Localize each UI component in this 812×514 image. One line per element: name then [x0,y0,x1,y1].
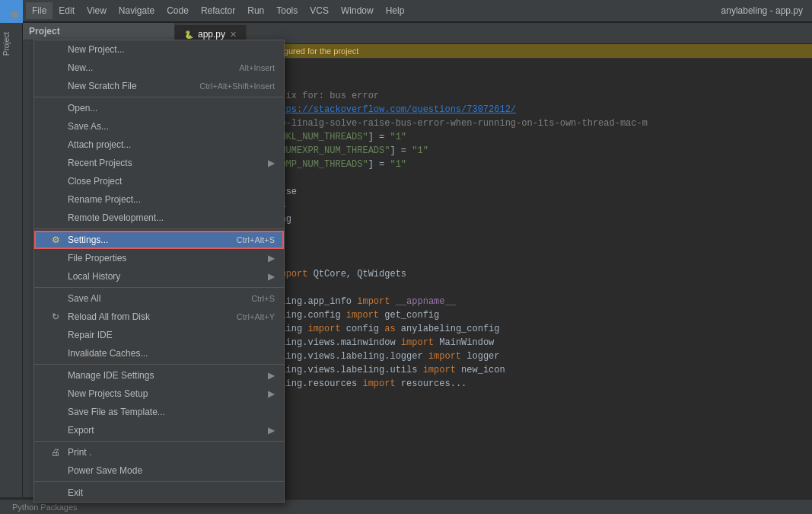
svg-rect-1 [12,5,18,11]
menu-item-label: File Properties [68,253,126,263]
code-line: from PyQt5 import QtCore, QtWidgets [215,267,803,281]
menu-item-label: Reload All from Disk [68,311,150,322]
code-line: from anylabeling import config as anylab… [215,322,803,336]
menu-edit[interactable]: Edit [53,2,81,19]
code-line: os.environ["OMP_NUM_THREADS"] = "1" [215,158,803,171]
menu-item-settings[interactable]: ⚙ Settings... Ctrl+Alt+S [34,231,284,249]
menu-item-save-file-template[interactable]: Save File as Template... [34,403,284,421]
menu-tools[interactable]: Tools [270,2,304,19]
python-file-icon: 🐍 [184,30,193,39]
tab-label: app.py [198,29,225,40]
code-line [215,281,803,295]
menu-item-label: Attach project... [68,139,131,150]
shortcut-label: Ctrl+Alt+Y [237,312,275,321]
menu-item-new-scratch[interactable]: New Scratch File Ctrl+Alt+Shift+Insert [34,77,284,95]
menu-item-close-project[interactable]: Close Project [34,172,284,190]
menu-item-open[interactable]: Open... [34,99,284,117]
menu-item-export[interactable]: Export ▶ [34,421,284,439]
submenu-arrow-icon: ▶ [268,158,275,168]
code-line: import logging [215,212,803,226]
separator [34,97,284,97]
titlebar: File Edit View Navigate Code Refactor Ru… [0,0,812,23]
code-line: # Source: https://stackoverflow.com/ques… [215,103,803,117]
code-line: # why-does-np-linalg-solve-raise-bus-err… [215,117,803,130]
code-line: import os [215,62,803,75]
menu-help[interactable]: Help [380,2,411,19]
shortcut-label: Ctrl+S [251,294,275,303]
submenu-arrow-icon: ▶ [268,388,275,399]
menu-file[interactable]: File [26,2,53,19]
menu-item-label: Recent Projects [68,158,132,168]
code-line: import codecs [215,199,803,212]
menu-item-label: Remote Development... [68,212,164,223]
menu-item-label: Manage IDE Settings [68,370,154,381]
code-line: from anylabeling.views.mainwindow import… [215,336,803,350]
separator [34,481,284,482]
menu-item-power-save[interactable]: Power Save Mode [34,461,284,480]
menu-item-invalidate-caches[interactable]: Invalidate Caches... [34,344,284,362]
menu-window[interactable]: Window [335,2,380,19]
menu-item-save-as[interactable]: Save As... [34,117,284,136]
menu-item-file-properties[interactable]: File Properties ▶ [34,249,284,267]
code-line: import yaml [215,254,803,267]
svg-rect-2 [5,12,11,18]
code-line: from anylabeling.config import get_confi… [215,308,803,322]
code-content[interactable]: import os 💡 # Temporary fix for: bus err… [205,59,812,497]
menu-view[interactable]: View [81,2,113,19]
menu-item-label: Exit [68,487,83,498]
shortcut-label: Alt+Insert [239,63,275,72]
menu-item-repair-ide[interactable]: Repair IDE [34,326,284,344]
menu-item-label: New Projects Setup [68,388,148,399]
menu-navigate[interactable]: Navigate [113,2,161,19]
menu-item-attach-project[interactable]: Attach project... [34,136,284,154]
svg-rect-0 [5,5,11,11]
code-line: import sys [215,226,803,240]
menu-code[interactable]: Code [161,2,195,19]
separator [34,441,284,442]
sidebar-strip: Project [0,23,23,497]
tab-close-icon[interactable]: ✕ [230,30,237,40]
menu-item-label: Close Project [68,176,122,187]
menu-item-new-project[interactable]: New Project... [34,40,284,59]
menu-item-manage-ide-settings[interactable]: Manage IDE Settings ▶ [34,366,284,385]
code-line: os.environ["MKL_NUM_THREADS"] = "1" [215,130,803,144]
menu-item-label: Power Save Mode [68,465,142,476]
code-line [215,240,803,254]
separator [34,228,284,229]
menu-item-label: Repair IDE [68,330,113,340]
submenu-arrow-icon: ▶ [268,271,275,282]
menu-item-label: Invalidate Caches... [68,348,148,359]
bottom-python-packages[interactable]: Python Packages [6,503,84,512]
print-icon: 🖨 [49,447,62,458]
menu-vcs[interactable]: VCS [304,2,335,19]
menu-item-save-all[interactable]: Save All Ctrl+S [34,289,284,308]
menu-item-label: New Scratch File [68,81,137,91]
code-line [215,171,803,185]
submenu-arrow-icon: ▶ [268,370,275,381]
submenu-arrow-icon: ▶ [268,253,275,263]
menu-item-remote-dev[interactable]: Remote Development... [34,209,284,227]
code-line: from anylabeling.app_info import __appna… [215,295,803,308]
svg-rect-3 [12,12,18,18]
settings-icon: ⚙ [49,235,62,245]
separator [34,364,284,365]
menu-item-print[interactable]: 🖨 Print . [34,443,284,461]
menu-refactor[interactable]: Refactor [195,2,241,19]
code-line: os.environ["NUMEXPR_NUM_THREADS"] = "1" [215,144,803,158]
menu-item-rename-project[interactable]: Rename Project... [34,190,284,209]
menu-item-new[interactable]: New... Alt+Insert [34,59,284,77]
project-panel-header: Project [23,23,174,40]
menu-item-recent-projects[interactable]: Recent Projects ▶ [34,154,284,172]
menu-item-local-history[interactable]: Local History ▶ [34,267,284,286]
menu-item-reload-disk[interactable]: ↻ Reload All from Disk Ctrl+Alt+Y [34,308,284,326]
menu-item-new-projects-setup[interactable]: New Projects Setup ▶ [34,385,284,403]
menu-item-label: Open... [68,103,97,113]
code-line: from anylabeling.views.labeling.logger i… [215,350,803,363]
sidebar-tab-project[interactable]: Project [1,26,22,62]
submenu-arrow-icon: ▶ [268,425,275,436]
menu-item-label: Save As... [68,121,109,132]
menu-item-exit[interactable]: Exit [34,484,284,502]
code-line: from anylabeling.views.labeling.utils im… [215,363,803,377]
shortcut-label: Ctrl+Alt+S [237,235,275,244]
menu-run[interactable]: Run [241,2,270,19]
